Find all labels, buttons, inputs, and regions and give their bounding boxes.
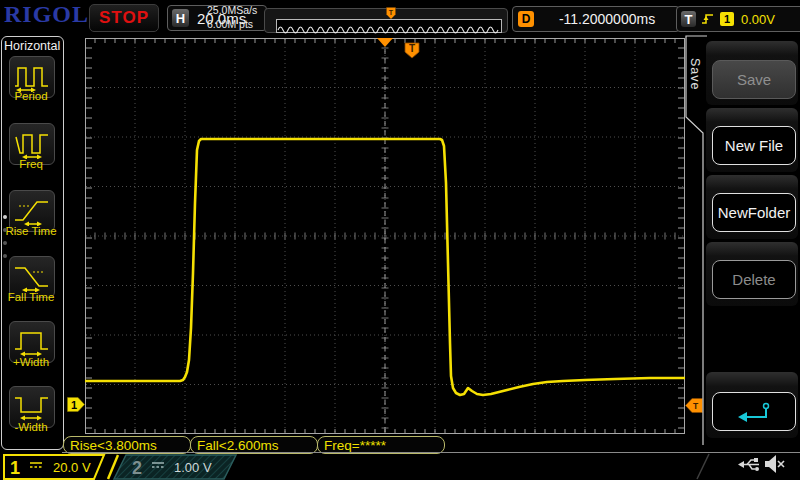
speaker-muted-icon <box>764 454 786 474</box>
delay-value: -11.2000000ms <box>540 11 674 27</box>
bottom-bar-slash <box>695 453 715 480</box>
channel1-status[interactable]: 1 20.0 V <box>3 454 119 480</box>
softkey-new-folder[interactable]: NewFolder <box>712 193 796 232</box>
memory-trigger-marker: T <box>386 7 396 20</box>
memory-waveform-icon <box>277 24 499 34</box>
softkey-back[interactable] <box>712 392 796 431</box>
rigol-logo: RIGOL <box>4 1 89 28</box>
memory-waveform-strip <box>276 19 502 33</box>
trigger-box: T 1 0.00V <box>676 6 800 32</box>
svg-text:1: 1 <box>71 399 77 411</box>
trigger-level-value: 0.00V <box>741 12 775 27</box>
measure-label-freq: Freq <box>0 158 62 170</box>
freq-icon <box>13 129 51 159</box>
measure-label-pos-width: +Width <box>0 356 62 368</box>
menu-tab-outline <box>683 35 708 450</box>
svg-text:2: 2 <box>132 458 142 478</box>
measure-sidebar-title: Horizontal <box>4 39 60 53</box>
bottom-bar-divider <box>62 452 800 453</box>
menu-tab-save: Save <box>688 58 702 91</box>
minus-width-icon <box>13 392 51 422</box>
trigger-source-badge: 1 <box>720 12 734 26</box>
horizontal-key: H <box>172 9 189 27</box>
acquisition-info: 25.0MSa/s 6.00M pts <box>207 3 265 31</box>
plus-width-icon <box>13 327 51 357</box>
svg-text:1: 1 <box>10 458 20 478</box>
svg-text:T: T <box>389 9 394 16</box>
delay-badge: D <box>518 11 534 27</box>
svg-text:20.0 V: 20.0 V <box>53 460 91 475</box>
measure-label-period: Period <box>0 90 62 102</box>
svg-text:1.00 V: 1.00 V <box>174 460 212 475</box>
sidebar-page-dots <box>3 206 7 267</box>
channel2-status[interactable]: 2 1.00 V <box>112 454 238 480</box>
usb-icon <box>738 456 762 473</box>
return-arrow-icon <box>734 401 774 423</box>
rise-time-icon <box>13 196 51 226</box>
graticule-area <box>85 38 685 434</box>
softkey-delete[interactable]: Delete <box>712 260 796 299</box>
run-state-indicator: STOP <box>89 4 159 32</box>
ch1-ground-marker[interactable]: 1 <box>67 397 85 412</box>
horizontal-position-marker <box>377 38 393 47</box>
memory-depth: 6.00M pts <box>207 17 265 31</box>
rising-edge-trigger-icon <box>701 11 715 27</box>
fall-time-icon <box>13 262 51 292</box>
graticule <box>85 38 685 434</box>
sample-rate: 25.0MSa/s <box>207 3 265 17</box>
trigger-key: T <box>681 11 696 27</box>
period-icon <box>13 62 51 92</box>
softkey-new-file[interactable]: New File <box>712 126 796 165</box>
measure-label-rise-time: Rise Time <box>0 225 62 237</box>
measure-label-neg-width: -Width <box>0 421 62 433</box>
delay-box: D -11.2000000ms <box>512 6 680 32</box>
softkey-save[interactable]: Save <box>712 60 796 99</box>
trigger-position-badge: T <box>404 42 420 59</box>
svg-text:T: T <box>409 43 415 54</box>
measure-label-fall-time: Fall Time <box>0 291 62 303</box>
oscilloscope-screen: RIGOL STOP H 20.0ms 25.0MSa/s 6.00M pts … <box>0 0 800 480</box>
